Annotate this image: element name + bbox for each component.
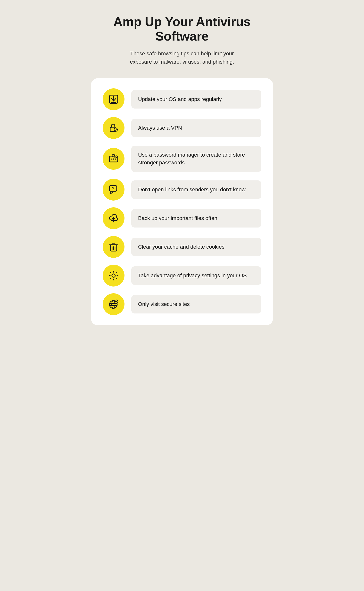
item-label-backup: Back up your important files often [138,215,217,221]
item-label-secure-sites: Only visit secure sites [138,301,190,307]
item-label-box-password: Use a password manager to create and sto… [131,146,261,172]
list-item-update-os: Update your OS and apps regularly [103,88,261,110]
list-item-secure-sites: Only visit secure sites [103,293,261,315]
item-label-box-backup: Back up your important files often [131,209,261,228]
item-label-links: Don't open links from senders you don't … [138,186,246,193]
item-label-box-vpn: Always use a VPN [131,119,261,137]
list-item-cache: Clear your cache and delete cookies [103,236,261,258]
svg-point-8 [113,158,114,160]
page-title: Amp Up Your Antivirus Software [91,15,273,44]
item-label-box-links: Don't open links from senders you don't … [131,180,261,199]
question-bubble-icon: ? [108,184,119,195]
item-label-box-privacy: Take advantage of privacy settings in yo… [131,266,261,285]
item-label-cache: Clear your cache and delete cookies [138,244,224,250]
item-label-box-cache: Clear your cache and delete cookies [131,238,261,256]
item-label-vpn: Always use a VPN [138,125,182,131]
globe-check-icon [108,299,119,310]
trash-icon [108,241,119,253]
list-item-backup: Back up your important files often [103,207,261,229]
list-item-password: Use a password manager to create and sto… [103,146,261,172]
item-label-box-update-os: Update your OS and apps regularly [131,90,261,109]
lock-check-icon [108,122,119,134]
cloud-upload-icon-circle [103,207,124,229]
download-icon [108,94,119,105]
list-item-vpn: Always use a VPN [103,117,261,139]
page-wrapper: Amp Up Your Antivirus Software These saf… [91,15,273,325]
svg-point-19 [112,274,115,277]
gear-icon-circle [103,265,124,287]
globe-check-icon-circle [103,293,124,315]
password-icon-circle [103,148,124,170]
tips-card: Update your OS and apps regularly Always… [91,78,273,325]
item-label-password: Use a password manager to create and sto… [138,152,245,166]
lock-check-icon-circle [103,117,124,139]
page-subtitle: These safe browsing tips can help limit … [119,50,245,66]
item-label-box-secure-sites: Only visit secure sites [131,295,261,313]
svg-text:?: ? [112,186,115,191]
list-item-privacy: Take advantage of privacy settings in yo… [103,265,261,287]
svg-point-9 [115,158,116,160]
gear-icon [108,270,119,281]
list-item-links: ? Don't open links from senders you don'… [103,179,261,201]
download-icon-circle [103,88,124,110]
trash-icon-circle [103,236,124,258]
item-label-update-os: Update your OS and apps regularly [138,96,222,102]
question-bubble-icon-circle: ? [103,179,124,201]
cloud-upload-icon [108,213,119,224]
password-icon [108,153,119,164]
item-label-privacy: Take advantage of privacy settings in yo… [138,272,247,279]
svg-point-7 [111,158,113,160]
